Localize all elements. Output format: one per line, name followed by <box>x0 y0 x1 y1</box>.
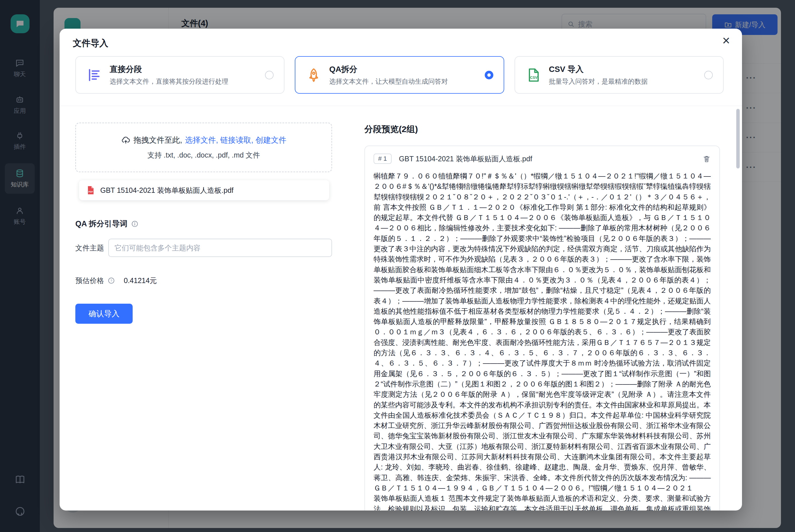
segment-icon <box>86 67 102 83</box>
dropzone-supported-types: 支持 .txt, .doc, .docx, .pdf, .md 文件 <box>147 150 260 160</box>
close-icon[interactable]: × <box>722 34 730 47</box>
uploaded-file-item[interactable]: PDF GBT 15104-2021 装饰单板贴面人造板.pdf <box>79 180 329 200</box>
import-config-panel: 拖拽文件至此, 选择文件, 链接读取, 创建文件 支持 .txt, .doc, … <box>75 106 332 324</box>
import-mode-selector: 直接分段 选择文本文件，直接将其按分段进行处理 QA拆分 选择文本文件，让大模型… <box>75 56 724 94</box>
mode-card-qa-split[interactable]: QA拆分 选择文本文件，让大模型自动生成问答对 <box>295 56 504 94</box>
mode-card-csv-import[interactable]: CSV CSV 导入 批量导入问答对，是最精准的数据 <box>514 56 724 94</box>
dropzone-hint: 拖拽文件至此, <box>133 135 182 145</box>
svg-text:PDF: PDF <box>89 191 93 193</box>
preview-heading: 分段预览(2组) <box>364 124 720 135</box>
mode-title: QA拆分 <box>329 64 448 75</box>
confirm-import-button[interactable]: 确认导入 <box>75 304 133 324</box>
mode-desc: 选择文本文件，直接将其按分段进行处理 <box>110 77 228 86</box>
price-label: 预估价格 <box>75 276 104 285</box>
file-import-modal: 文件导入 × 直接分段 选择文本文件，直接将其按分段进行处理 <box>60 28 742 511</box>
chunk-header: # 1 GBT 15104-2021 装饰单板贴面人造板.pdf <box>374 154 711 164</box>
dropzone-links[interactable]: 选择文件, 链接读取, 创建文件 <box>185 135 286 145</box>
mode-card-direct-segment[interactable]: 直接分段 选择文本文件，直接将其按分段进行处理 <box>75 56 284 94</box>
pdf-file-icon: PDF <box>86 185 96 195</box>
svg-text:?: ? <box>110 279 112 283</box>
mode-desc: 选择文本文件，让大模型自动生成问答对 <box>329 77 448 86</box>
svg-text:CSV: CSV <box>530 75 537 79</box>
uploaded-file-name: GBT 15104-2021 装饰单板贴面人造板.pdf <box>100 186 233 195</box>
price-value: 0.41214元 <box>124 276 157 285</box>
topic-input[interactable] <box>108 239 332 257</box>
cloud-upload-icon <box>121 135 131 145</box>
chunk-file-name: GBT 15104-2021 装饰单板贴面人造板.pdf <box>399 154 532 164</box>
price-row: 预估价格 ? 0.41214元 <box>75 276 332 285</box>
chunk-text: 犐犆犛７９．０６０犆犆犛犅７０!"＃＄％＆'（）*犌犅／犜１５１０４—２０２１!… <box>374 171 711 511</box>
info-icon[interactable] <box>131 220 139 228</box>
modal-scrollbar-thumb[interactable] <box>736 109 740 168</box>
chunk-paragraph: 犐犆犛７９．０６０犆犆犛犅７０!"＃＄％＆'（）*犌犅／犜１５１０４—２０２１!… <box>374 171 711 493</box>
topic-label: 文件主题 <box>75 243 108 253</box>
mode-text: CSV 导入 批量导入问答对，是最精准的数据 <box>549 64 648 86</box>
rocket-icon <box>306 67 322 83</box>
help-icon[interactable]: ? <box>108 277 115 284</box>
mode-desc: 批量导入问答对，是最精准的数据 <box>549 77 648 86</box>
modal-title: 文件导入 <box>73 37 108 49</box>
qa-prompt-label: QA 拆分引导词 <box>75 218 128 229</box>
mode-title: 直接分段 <box>110 64 228 75</box>
topic-row: 文件主题 <box>75 239 332 257</box>
csv-file-icon: CSV <box>525 67 542 83</box>
dropzone-line1: 拖拽文件至此, 选择文件, 链接读取, 创建文件 <box>121 135 286 145</box>
mode-title: CSV 导入 <box>549 64 648 75</box>
radio-checked[interactable] <box>485 71 493 79</box>
chunk-paragraph: 装饰单板贴面人造板１ 范围本文件规定了装饰单板贴面人造板的术语和定义、分类、要求… <box>374 493 711 511</box>
radio-unchecked[interactable] <box>704 71 713 79</box>
qa-prompt-row: QA 拆分引导词 <box>75 218 332 229</box>
mode-text: QA拆分 选择文本文件，让大模型自动生成问答对 <box>329 64 448 86</box>
screen: 聊天 应用 插件 知识库 账号 文件(4) <box>0 0 795 532</box>
segment-preview-panel: 分段预览(2组) # 1 GBT 15104-2021 装饰单板贴面人造板.pd… <box>364 106 720 511</box>
radio-unchecked[interactable] <box>265 71 273 79</box>
chunk-index-badge: # 1 <box>374 154 392 164</box>
mode-text: 直接分段 选择文本文件，直接将其按分段进行处理 <box>110 64 228 86</box>
file-dropzone[interactable]: 拖拽文件至此, 选择文件, 链接读取, 创建文件 支持 .txt, .doc, … <box>75 122 332 172</box>
trash-icon[interactable] <box>702 155 711 163</box>
preview-chunk-card: # 1 GBT 15104-2021 装饰单板贴面人造板.pdf 犐犆犛７９．０… <box>364 146 720 511</box>
